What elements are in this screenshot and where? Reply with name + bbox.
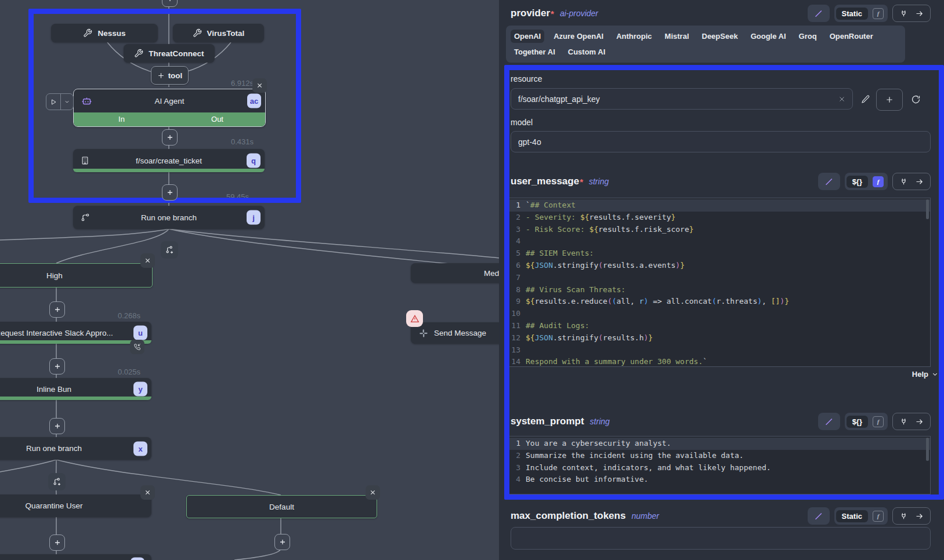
function-mode-icon[interactable]: f xyxy=(873,416,884,427)
branch-node-default[interactable]: Default xyxy=(186,495,377,518)
input-mode-toggle[interactable]: Static f xyxy=(834,507,888,525)
tab-openrouter[interactable]: OpenRouter xyxy=(826,30,877,43)
mode-selected[interactable]: Static xyxy=(836,8,868,20)
remove-high-branch-button[interactable] xyxy=(140,253,155,268)
clear-resource-icon[interactable] xyxy=(838,96,845,103)
tab-azure-openai[interactable]: Azure OpenAI xyxy=(550,30,607,43)
input-mode-toggle[interactable]: ${} f xyxy=(845,173,888,190)
add-step-connector[interactable] xyxy=(49,358,65,374)
run-step-button-group[interactable] xyxy=(46,93,74,110)
add-step-connector[interactable] xyxy=(162,129,178,146)
function-mode-icon[interactable]: f xyxy=(873,8,884,19)
node-threatconnect[interactable]: ThreatConnect xyxy=(124,44,215,63)
input-mode-toggle[interactable]: Static f xyxy=(834,5,888,22)
branch-label: Default xyxy=(269,503,294,511)
add-branch-button[interactable] xyxy=(48,473,66,490)
tab-together-ai[interactable]: Together AI xyxy=(511,45,559,59)
remove-ai-agent-button[interactable] xyxy=(252,78,267,93)
remove-default-branch-button[interactable] xyxy=(366,485,380,500)
tab-openai[interactable]: OpenAI xyxy=(511,30,544,43)
arrow-right-icon[interactable] xyxy=(915,417,924,426)
success-bar xyxy=(73,169,265,172)
connect-io-buttons[interactable] xyxy=(892,173,931,190)
add-resource-button[interactable] xyxy=(876,89,903,111)
help-label[interactable]: Help xyxy=(912,370,928,379)
flow-canvas[interactable]: Nessus VirusTotal ThreatConnect tool 6.9… xyxy=(0,0,499,560)
node-bottom-clipped[interactable] xyxy=(0,554,151,560)
add-tool-pill[interactable]: tool xyxy=(151,66,189,85)
refresh-resources-button[interactable] xyxy=(909,92,923,106)
tab-anthropic[interactable]: Anthropic xyxy=(613,30,655,43)
suspend-approval-indicator[interactable] xyxy=(130,340,144,354)
line-number: 1 xyxy=(507,199,526,212)
tab-groq[interactable]: Groq xyxy=(795,30,820,43)
node-inline-bun[interactable]: Inline Bun y xyxy=(0,378,151,400)
agent-out-label[interactable]: Out xyxy=(169,112,265,126)
scrollbar-thumb[interactable] xyxy=(926,199,929,219)
plug-icon[interactable] xyxy=(899,9,908,18)
node-label: Inline Bun xyxy=(37,385,71,394)
model-input[interactable]: gpt-4o xyxy=(511,131,931,152)
close-icon xyxy=(144,257,151,264)
play-icon[interactable] xyxy=(46,94,60,110)
add-step-connector[interactable] xyxy=(49,418,65,434)
add-step-connector[interactable] xyxy=(49,534,65,551)
mode-selected[interactable]: ${} xyxy=(847,176,868,188)
tab-deepseek[interactable]: DeepSeek xyxy=(699,30,742,43)
node-create-ticket[interactable]: f/soar/create_ticket q xyxy=(73,149,265,172)
refresh-icon xyxy=(911,94,921,104)
help-dropdown[interactable]: Help xyxy=(912,370,938,379)
agent-in-label[interactable]: In xyxy=(74,112,169,126)
connect-io-buttons[interactable] xyxy=(892,507,931,525)
node-ai-agent[interactable]: AI Agent ac In Out xyxy=(73,89,266,127)
mode-selected[interactable]: ${} xyxy=(847,416,868,428)
node-run-one-branch-2[interactable]: Run one branch x xyxy=(0,437,151,460)
plug-icon[interactable] xyxy=(899,177,908,186)
code-line: 11## Audit Logs: xyxy=(507,320,930,332)
chevron-down-icon[interactable] xyxy=(61,94,73,110)
add-step-connector[interactable] xyxy=(49,301,65,318)
node-slack-approval[interactable]: Request Interactive Slack Appro... u xyxy=(0,322,151,344)
add-step-connector-top[interactable] xyxy=(162,0,178,7)
connect-io-buttons[interactable] xyxy=(892,5,931,22)
error-indicator[interactable] xyxy=(406,310,423,327)
tab-custom-ai[interactable]: Custom AI xyxy=(565,45,609,59)
function-mode-icon[interactable]: f xyxy=(873,176,884,187)
remove-quarantine-branch-button[interactable] xyxy=(140,485,155,500)
tab-google-ai[interactable]: Google AI xyxy=(747,30,790,43)
resource-input[interactable]: f/soar/chatgpt_api_key xyxy=(511,88,853,110)
plug-icon[interactable] xyxy=(899,417,908,426)
user-message-code-editor[interactable]: 1`## Context2- Severity: ${results.f.sev… xyxy=(506,198,931,367)
branch-node-medium[interactable]: Medium xyxy=(411,263,499,283)
ai-fill-button[interactable] xyxy=(818,173,840,190)
connect-io-buttons[interactable] xyxy=(892,413,931,430)
edit-resource-button[interactable] xyxy=(859,93,872,106)
branch-node-high[interactable]: High xyxy=(0,263,153,288)
close-icon xyxy=(144,489,151,496)
add-step-connector[interactable] xyxy=(274,534,290,550)
node-nessus[interactable]: Nessus xyxy=(51,24,158,42)
branch-plus-icon xyxy=(165,245,174,254)
max-completion-tokens-input[interactable] xyxy=(511,527,931,550)
node-run-one-branch-1[interactable]: Run one branch j xyxy=(73,206,265,229)
ai-fill-button[interactable] xyxy=(808,5,830,22)
line-number: 9 xyxy=(507,296,526,308)
system-prompt-code-editor[interactable]: 1You are a cybersecurity analyst.2Summar… xyxy=(506,436,931,494)
node-quarantine-user[interactable]: Quarantine User xyxy=(0,494,151,517)
node-virustotal[interactable]: VirusTotal xyxy=(173,24,264,42)
function-mode-icon[interactable]: f xyxy=(873,511,884,522)
mode-selected[interactable]: Static xyxy=(836,510,868,522)
node-send-message[interactable]: Send Message xyxy=(411,322,499,344)
add-step-connector[interactable] xyxy=(162,184,178,201)
add-branch-button[interactable] xyxy=(161,241,178,259)
scrollbar-thumb[interactable] xyxy=(926,438,929,461)
ai-fill-button[interactable] xyxy=(818,413,840,430)
line-number: 7 xyxy=(507,272,526,284)
plug-icon[interactable] xyxy=(899,512,908,521)
arrow-right-icon[interactable] xyxy=(915,177,924,186)
arrow-right-icon[interactable] xyxy=(915,9,924,18)
ai-fill-button[interactable] xyxy=(808,507,830,525)
input-mode-toggle[interactable]: ${} f xyxy=(845,413,888,430)
tab-mistral[interactable]: Mistral xyxy=(661,30,693,43)
arrow-right-icon[interactable] xyxy=(915,512,924,521)
